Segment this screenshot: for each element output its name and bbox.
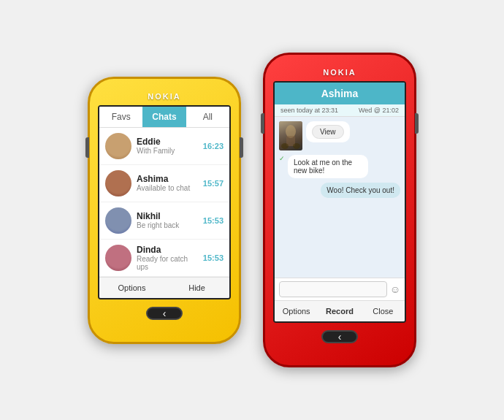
- message-bubble-view: View: [306, 121, 350, 142]
- message-outgoing: Woo! Check you out!: [321, 183, 400, 198]
- screen-1: Favs Chats All Eddie With Family 16:23: [98, 105, 231, 299]
- input-area: ☺: [275, 278, 405, 300]
- avatar: [105, 207, 131, 234]
- chat-meta: seen today at 23:31 Wed @ 21:02: [275, 104, 405, 117]
- seen-status: seen today at 23:31: [280, 107, 338, 114]
- record-button[interactable]: Record: [318, 301, 361, 321]
- avatar: [105, 133, 131, 159]
- chat-time: 15:53: [203, 253, 224, 262]
- checkmark-icon: ✓: [279, 155, 285, 162]
- emoji-icon[interactable]: ☺: [390, 283, 400, 295]
- contact-status: With Family: [137, 147, 198, 155]
- options-button[interactable]: Options: [99, 278, 164, 298]
- messages-area: View ✓ Look at me on the new bike! Woo! …: [275, 117, 405, 278]
- tab-chats[interactable]: Chats: [142, 107, 186, 127]
- brand-label-2: NOKIA: [323, 68, 356, 77]
- phone1-footer: Options Hide: [99, 277, 229, 298]
- side-button-right-2[interactable]: [415, 113, 419, 134]
- message-avatar: [279, 121, 302, 150]
- chat-list: Eddie With Family 16:23 Ashima Available…: [99, 128, 229, 277]
- list-item[interactable]: Dinda Ready for catch ups 15:53: [99, 240, 229, 277]
- chat-time: 15:53: [203, 216, 224, 225]
- message-bubble-text: Look at me on the new bike!: [288, 155, 368, 178]
- list-item[interactable]: Eddie With Family 16:23: [99, 128, 229, 165]
- contact-status: Available to chat: [137, 184, 198, 192]
- side-button-right[interactable]: [240, 137, 243, 158]
- phone-yellow: NOKIA Favs Chats All Eddie With Family 1…: [88, 77, 241, 344]
- chat-time: 15:57: [203, 179, 224, 188]
- close-button[interactable]: Close: [362, 301, 405, 321]
- tab-favs[interactable]: Favs: [99, 107, 142, 127]
- chat-date: Wed @ 21:02: [359, 107, 399, 114]
- contact-name: Dinda: [137, 245, 198, 255]
- phone2-footer: Options Record Close: [275, 300, 405, 321]
- message-input[interactable]: [279, 281, 387, 297]
- home-button-2[interactable]: ‹: [321, 330, 358, 343]
- side-button-left-2[interactable]: [261, 113, 264, 134]
- hide-button[interactable]: Hide: [164, 278, 229, 298]
- chevron-icon: ‹: [163, 308, 167, 319]
- side-button-left[interactable]: [85, 137, 89, 158]
- contact-name: Eddie: [137, 137, 198, 147]
- tabs-bar: Favs Chats All: [99, 107, 229, 128]
- avatar: [105, 245, 131, 271]
- message-incoming-image: View: [279, 121, 400, 150]
- chat-time: 16:23: [203, 142, 224, 150]
- message-incoming-text: ✓ Look at me on the new bike!: [279, 155, 400, 178]
- options-button-2[interactable]: Options: [275, 301, 318, 321]
- contact-status: Be right back: [137, 221, 198, 229]
- avatar-image: [279, 121, 302, 150]
- phone-red: NOKIA Ashima seen today at 23:31 Wed @ 2…: [263, 53, 416, 367]
- view-button[interactable]: View: [312, 125, 344, 139]
- list-item[interactable]: Nikhil Be right back 15:53: [99, 202, 229, 240]
- chevron-icon-2: ‹: [338, 331, 342, 343]
- chat-contact-name: Ashima: [280, 88, 399, 99]
- contact-name: Ashima: [137, 174, 198, 184]
- contact-status: Ready for catch ups: [137, 255, 198, 271]
- svg-point-3: [293, 143, 300, 149]
- list-item[interactable]: Ashima Available to chat 15:57: [99, 165, 229, 202]
- contact-name: Nikhil: [137, 211, 198, 221]
- screen-2: Ashima seen today at 23:31 Wed @ 21:02: [273, 81, 406, 323]
- svg-point-2: [281, 143, 289, 149]
- brand-label-1: NOKIA: [148, 92, 180, 101]
- avatar: [105, 170, 131, 196]
- tab-all[interactable]: All: [186, 107, 229, 127]
- home-button-1[interactable]: ‹: [146, 307, 183, 320]
- chat-header: Ashima: [275, 83, 405, 104]
